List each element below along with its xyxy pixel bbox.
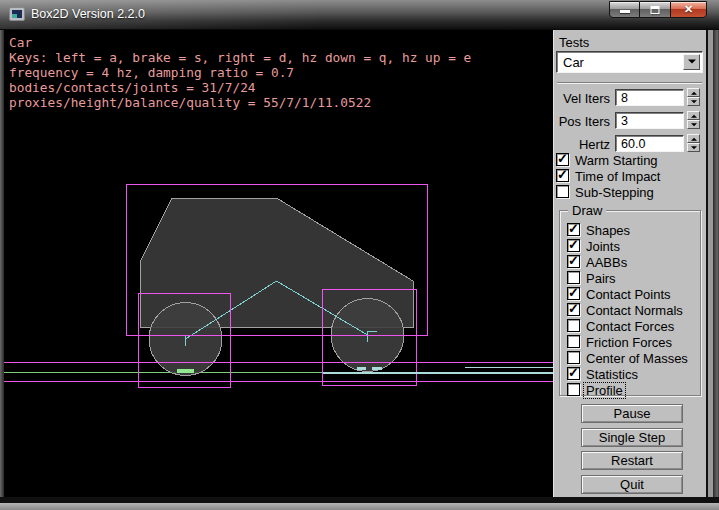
hertz-down-button[interactable] bbox=[687, 143, 700, 152]
vel-iters-down-button[interactable] bbox=[687, 97, 700, 106]
contact-point-persist-1 bbox=[357, 367, 366, 370]
tests-dropdown-value: Car bbox=[563, 55, 584, 70]
pos-iters-down-button[interactable] bbox=[687, 120, 700, 129]
pos-iters-row: Pos Iters 3 bbox=[554, 112, 707, 130]
window-title: Box2D Version 2.2.0 bbox=[31, 7, 145, 21]
minimize-icon bbox=[620, 10, 630, 13]
vel-iters-up-button[interactable] bbox=[687, 88, 700, 97]
arrow-up-icon bbox=[691, 134, 697, 140]
quit-button[interactable]: Quit bbox=[581, 475, 683, 494]
arrow-up-icon bbox=[691, 111, 697, 117]
pos-iters-input[interactable]: 3 bbox=[615, 112, 684, 129]
vel-iters-input[interactable]: 8 bbox=[615, 89, 684, 106]
caption-buttons: ✕ bbox=[609, 1, 707, 19]
close-icon: ✕ bbox=[671, 3, 706, 16]
vel-iters-row: Vel Iters 8 bbox=[554, 89, 707, 107]
checkbox-icon bbox=[567, 223, 580, 236]
checkbox-icon bbox=[567, 287, 580, 300]
checkbox-icon bbox=[567, 351, 580, 364]
contact-point-persist-2 bbox=[372, 367, 382, 370]
hertz-up-button[interactable] bbox=[687, 134, 700, 143]
simulation-viewport[interactable]: Car Keys: left = a, brake = s, right = d… bbox=[4, 30, 553, 497]
tests-dropdown[interactable]: Car bbox=[556, 51, 703, 73]
checkbox-icon bbox=[567, 367, 580, 380]
checkbox-icon bbox=[567, 335, 580, 348]
vel-iters-label: Vel Iters bbox=[554, 91, 610, 106]
pos-iters-up-button[interactable] bbox=[687, 111, 700, 120]
contact-point-add bbox=[177, 369, 194, 373]
close-button[interactable]: ✕ bbox=[670, 1, 707, 18]
checkbox-icon bbox=[567, 319, 580, 332]
checkbox-icon bbox=[556, 169, 569, 182]
maximize-button[interactable] bbox=[640, 1, 670, 18]
tests-label: Tests bbox=[559, 35, 589, 50]
chevron-down-icon bbox=[688, 60, 696, 68]
panel-edge bbox=[706, 30, 713, 497]
arrow-down-icon bbox=[691, 123, 697, 129]
control-panel: Tests Car Vel Iters 8 Pos Iters 3 bbox=[553, 30, 706, 497]
hertz-input[interactable]: 60.0 bbox=[615, 135, 684, 152]
stats-line-keys: Keys: left = a, brake = s, right = d, hz… bbox=[9, 50, 471, 65]
restart-button[interactable]: Restart bbox=[581, 451, 683, 470]
separator bbox=[557, 82, 702, 84]
pos-iters-label: Pos Iters bbox=[554, 114, 610, 129]
checkbox-icon bbox=[567, 303, 580, 316]
arrow-up-icon bbox=[691, 88, 697, 94]
checkbox-icon bbox=[567, 383, 580, 396]
hertz-row: Hertz 60.0 bbox=[554, 135, 707, 153]
maximize-icon bbox=[651, 6, 660, 14]
pos-iters-spinner bbox=[687, 111, 700, 130]
checkbox-icon bbox=[567, 271, 580, 284]
stats-line-proxies: proxies/height/balance/quality = 55/7/1/… bbox=[9, 95, 371, 110]
stats-line-title: Car bbox=[9, 35, 32, 50]
window-border-right bbox=[713, 30, 719, 503]
tests-dropdown-button[interactable] bbox=[683, 54, 700, 70]
stats-line-frequency: frequency = 4 hz, damping ratio = 0.7 bbox=[9, 65, 294, 80]
arrow-down-icon bbox=[691, 146, 697, 152]
window-border-bottom-edge bbox=[0, 503, 719, 510]
stats-line-bodies: bodies/contacts/joints = 31/7/24 bbox=[9, 80, 256, 95]
arrow-down-icon bbox=[691, 100, 697, 106]
checkbox-icon bbox=[567, 255, 580, 268]
pause-button[interactable]: Pause bbox=[581, 404, 683, 423]
minimize-button[interactable] bbox=[609, 1, 640, 18]
title-bar[interactable]: Box2D Version 2.2.0 ✕ bbox=[0, 0, 719, 30]
hertz-label: Hertz bbox=[554, 137, 610, 152]
app-icon bbox=[9, 7, 25, 21]
single-step-button[interactable]: Single Step bbox=[581, 428, 683, 447]
draw-group-label: Draw bbox=[568, 203, 606, 218]
vel-iters-spinner bbox=[687, 88, 700, 107]
checkbox-icon bbox=[556, 153, 569, 166]
box2d-testbed-window: Box2D Version 2.2.0 ✕ bbox=[0, 0, 719, 510]
checkbox-icon bbox=[556, 185, 569, 198]
draw-group: Draw Shapes Joints AABBs Pairs Contact P… bbox=[559, 210, 701, 396]
hertz-spinner bbox=[687, 134, 700, 153]
checkbox-icon bbox=[567, 239, 580, 252]
